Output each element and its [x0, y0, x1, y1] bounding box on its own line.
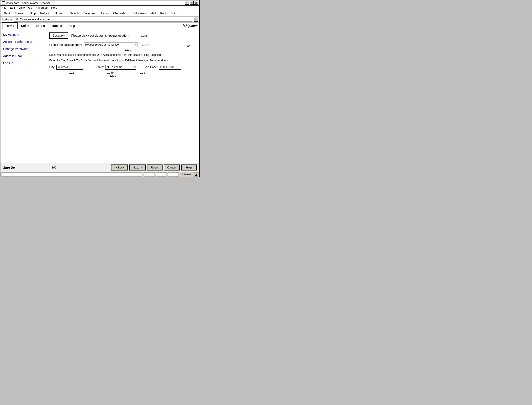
city-input[interactable]	[56, 65, 83, 70]
toolbar: Back Forward Stop Refresh Home Search Fa…	[0, 10, 199, 16]
cancel-button[interactable]: Cancel	[164, 164, 180, 170]
window-title: xxxxx.com - Your Favorite Browser	[6, 1, 50, 5]
ship-from-select-wrapper: Regular pickup at my location ▽	[84, 42, 138, 47]
mail-button[interactable]: Mail	[148, 11, 158, 15]
title-bar: xxxxx.com - Your Favorite Browser — □ ✕	[0, 0, 199, 6]
stop-button[interactable]: Stop	[28, 11, 38, 15]
ship-from-row: I'll ship the package from: Regular pick…	[49, 42, 195, 47]
forward-button[interactable]: Forward	[13, 11, 28, 15]
ship-from-select[interactable]: Regular pickup at my location	[84, 42, 138, 47]
sidebar-item-accountpreferences[interactable]: Account Preferences	[3, 40, 42, 44]
search-button[interactable]: Search	[68, 11, 81, 15]
note-text-2: Enter the City, State & Zip Code from wh…	[49, 59, 195, 62]
annotation-120a: 120a	[141, 34, 148, 37]
state-select[interactable]: AL - Alabama	[105, 65, 136, 70]
address-label: Address	[2, 18, 13, 21]
location-button[interactable]: Location	[49, 33, 68, 39]
sidebar: My Account Account Preferences Change Pa…	[0, 29, 45, 163]
channels-button[interactable]: Channels	[111, 11, 128, 15]
address-go-button[interactable]: ▽	[194, 17, 198, 21]
sidebar-item-changepassword[interactable]: Change Password	[3, 47, 42, 51]
annotation-102-group: 102	[52, 166, 56, 169]
home-button[interactable]: Home	[53, 11, 65, 15]
main-content: Location Please pick your default shippi…	[45, 29, 199, 163]
sidebar-item-addressbook[interactable]: Address Book	[3, 54, 42, 58]
city-label: City:	[49, 65, 55, 69]
print-button[interactable]: Print	[158, 11, 168, 15]
annotation-124: 124	[140, 71, 145, 77]
favorites-button[interactable]: Favorites	[81, 11, 98, 15]
menu-favorites[interactable]: Favorites	[36, 6, 47, 9]
internet-label: Internet	[180, 173, 193, 176]
back-nav-button[interactable]: <<Back	[111, 164, 128, 170]
menu-help[interactable]: Help	[51, 6, 57, 9]
zip-field-group: Zip Code:	[145, 65, 181, 70]
menu-view[interactable]: View	[19, 6, 25, 9]
state-label: State:	[96, 65, 104, 69]
title-buttons: — □ ✕	[185, 1, 198, 5]
annotation-120b: 120b	[184, 44, 190, 47]
status-icon: ◢	[194, 173, 198, 176]
status-box-2	[156, 173, 167, 176]
browser-icon	[2, 1, 5, 4]
status-box-1	[144, 173, 155, 176]
status-mid-panes	[144, 173, 179, 176]
nav-tabs: Home Sell It Ship It Track It Help iShip…	[0, 22, 199, 29]
refresh-button[interactable]: Refresh	[38, 11, 53, 15]
back-button[interactable]: Back	[2, 11, 13, 15]
city-field-group: City:	[49, 65, 83, 70]
sidebar-item-myaccount[interactable]: My Account	[3, 33, 42, 36]
toolbar-separator-1	[66, 11, 66, 15]
next-button[interactable]: Next>>	[129, 164, 146, 170]
edit-button[interactable]: Edit	[168, 11, 178, 15]
zip-input[interactable]	[159, 65, 181, 70]
sign-up-text: Sign Up	[3, 166, 15, 169]
footer-buttons: <<Back Next>> Reset Cancel Help	[111, 164, 197, 170]
nav-tab-trackit[interactable]: Track It	[48, 23, 65, 29]
minimize-button[interactable]: —	[185, 1, 189, 5]
status-box-3	[168, 173, 179, 176]
status-left-pane	[2, 173, 142, 176]
zip-label: Zip Code:	[145, 65, 158, 69]
nav-tab-help[interactable]: Help	[65, 23, 78, 29]
annotation-121a: 121a	[125, 48, 131, 51]
nav-tab-sellit[interactable]: Sell It	[18, 23, 33, 29]
sidebar-item-logoff[interactable]: Log Off	[3, 61, 42, 65]
toolbar-separator-2	[129, 11, 129, 15]
note-text-1: Note: You must have a laser printer and …	[49, 53, 195, 57]
close-button[interactable]: ✕	[194, 1, 198, 5]
ship-from-label: I'll ship the package from:	[49, 43, 82, 47]
address-bar: Address ▽	[0, 16, 199, 22]
browser-window: xxxxx.com - Your Favorite Browser — □ ✕ …	[0, 0, 200, 177]
reset-button[interactable]: Reset	[147, 164, 163, 170]
maximize-button[interactable]: □	[190, 1, 194, 5]
menu-file[interactable]: File	[2, 6, 7, 9]
history-button[interactable]: History	[98, 11, 111, 15]
content-area: My Account Account Preferences Change Pa…	[0, 29, 199, 163]
state-select-wrapper: AL - Alabama ▽	[105, 65, 136, 70]
annotation-123b: 123b	[107, 71, 114, 77]
nav-tab-shipit[interactable]: Ship It	[33, 23, 48, 29]
state-field-group: State: AL - Alabama ▽	[96, 65, 136, 70]
menu-bar: File Edit View Go Favorites Help	[0, 6, 199, 10]
help-button[interactable]: Help	[181, 164, 197, 170]
annotation-121b: 121b	[142, 43, 148, 47]
menu-go[interactable]: Go	[28, 6, 32, 9]
menu-edit[interactable]: Edit	[10, 6, 15, 9]
address-input[interactable]	[14, 17, 192, 21]
status-bar: Internet ◢	[0, 172, 199, 177]
title-bar-left: xxxxx.com - Your Favorite Browser	[2, 1, 50, 5]
location-desc: Please pick your default shipping locati…	[71, 34, 129, 37]
footer-bar: Sign Up 102 <<Back Next>> Reset Cancel H…	[0, 163, 199, 172]
annotation-102: 102	[52, 166, 56, 169]
fullscreen-button[interactable]: Fullscreen	[131, 11, 148, 15]
annotation-122: 122	[69, 71, 74, 77]
fields-row: City: State: AL - Alabama ▽ Zip Code:	[49, 65, 195, 70]
location-header: Location Please pick your default shippi…	[49, 33, 195, 39]
nav-brand: iShip.com	[183, 24, 198, 27]
nav-tab-home[interactable]: Home	[2, 22, 18, 29]
